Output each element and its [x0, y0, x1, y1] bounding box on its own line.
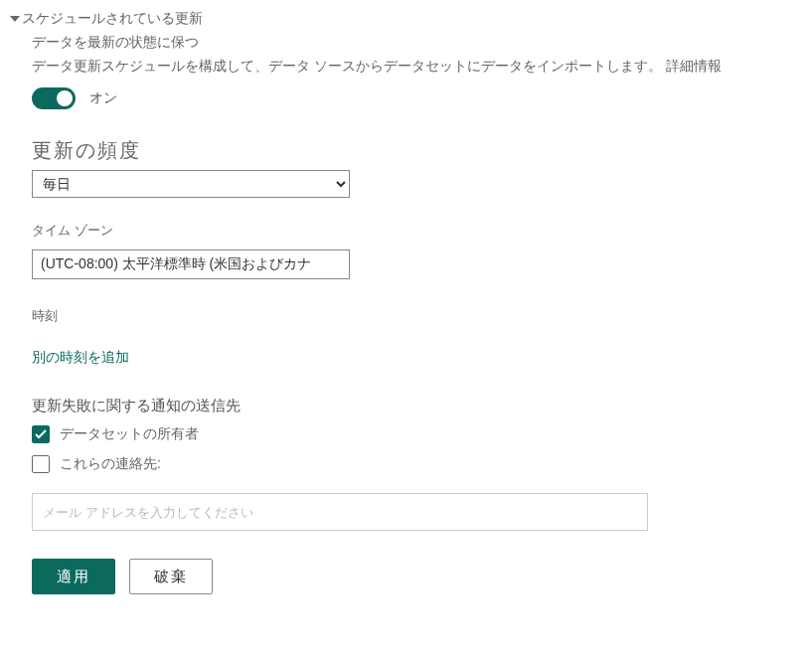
- contacts-checkbox[interactable]: [32, 455, 50, 473]
- apply-button[interactable]: 適用: [32, 559, 115, 594]
- section-description: データ更新スケジュールを構成して、データ ソースからデータセットにデータをインポ…: [32, 58, 792, 76]
- check-icon: [35, 429, 47, 439]
- owner-checkbox[interactable]: [32, 425, 50, 443]
- section-subtitle: データを最新の状態に保つ: [32, 34, 792, 52]
- section-title: スケジュールされている更新: [22, 10, 203, 28]
- timezone-select[interactable]: (UTC-08:00) 太平洋標準時 (米国およびカナ: [32, 249, 350, 279]
- toggle-label: オン: [89, 89, 117, 107]
- notify-heading: 更新失敗に関する通知の送信先: [32, 397, 792, 415]
- section-header[interactable]: スケジュールされている更新: [10, 10, 792, 28]
- frequency-select[interactable]: 毎日 毎週: [32, 170, 350, 198]
- contacts-checkbox-label: これらの連絡先:: [60, 455, 161, 473]
- timezone-label: タイム ゾーン: [32, 222, 792, 240]
- time-label: 時刻: [32, 307, 792, 325]
- owner-checkbox-label: データセットの所有者: [60, 425, 199, 443]
- contacts-email-input[interactable]: [32, 493, 648, 531]
- frequency-heading: 更新の頻度: [32, 137, 792, 164]
- chevron-down-icon: [10, 16, 20, 22]
- refresh-toggle[interactable]: [32, 87, 76, 109]
- toggle-knob: [57, 90, 73, 106]
- timezone-value: (UTC-08:00) 太平洋標準時 (米国およびカナ: [41, 255, 311, 273]
- more-info-link[interactable]: 詳細情報: [666, 58, 722, 74]
- discard-button[interactable]: 破棄: [129, 559, 213, 594]
- add-time-link[interactable]: 別の時刻を追加: [32, 349, 129, 367]
- description-text: データ更新スケジュールを構成して、データ ソースからデータセットにデータをインポ…: [32, 58, 662, 74]
